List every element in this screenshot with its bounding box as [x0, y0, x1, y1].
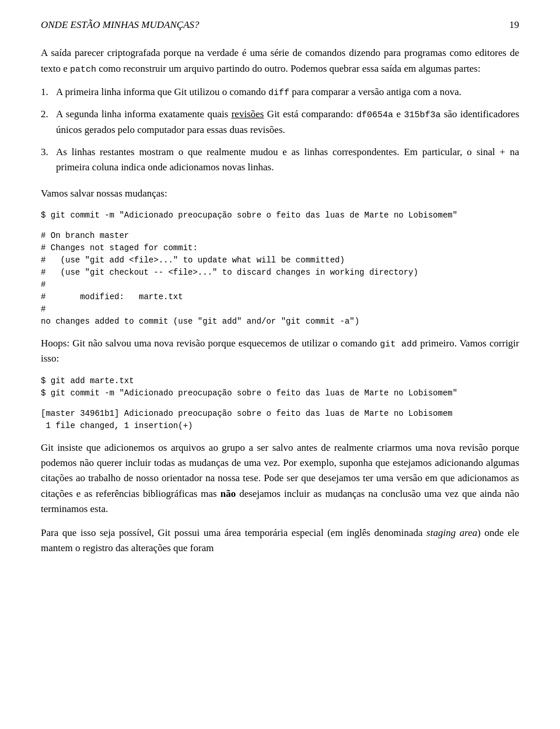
list-item-2: 2. A segunda linha informa exatamente qu… [41, 107, 519, 138]
intro-paragraph: A saída parecer criptografada porque na … [41, 45, 519, 76]
page-title: ONDE ESTÃO MINHAS MUDANÇAS? [41, 17, 200, 33]
item2-number: 2. [41, 107, 51, 138]
item3-text: As linhas restantes mostram o que realme… [56, 145, 519, 176]
diff-code: diff [268, 88, 289, 98]
list-item-1: 1. A primeira linha informa que Git util… [41, 85, 519, 100]
item3-number: 3. [41, 145, 51, 176]
df0654a-code: df0654a [356, 110, 393, 120]
nao-bold: não [220, 488, 236, 499]
page-header: ONDE ESTÃO MINHAS MUDANÇAS? 19 [41, 17, 519, 33]
staging-paragraph-2: Para que isso seja possível, Git possui … [41, 525, 519, 556]
item2-text: A segunda linha informa exatamente quais… [56, 107, 519, 138]
list-item-3: 3. As linhas restantes mostram o que rea… [41, 145, 519, 176]
code-block-4: [master 34961b1] Adicionado preocupação … [41, 408, 519, 432]
numbered-list: 1. A primeira linha informa que Git util… [41, 85, 519, 176]
code-block-2: # On branch master # Changes not staged … [41, 230, 519, 328]
code-block-1: $ git commit -m "Adicionado preocupação … [41, 209, 519, 222]
item1-number: 1. [41, 85, 51, 100]
code-block-3: $ git add marte.txt $ git commit -m "Adi… [41, 375, 519, 399]
page-number: 19 [509, 17, 519, 33]
hoops-paragraph: Hoops: Git não salvou uma nova revisão p… [41, 336, 519, 367]
315bf3a-code: 315bf3a [404, 110, 440, 120]
item1-text: A primeira linha informa que Git utilizo… [56, 85, 461, 100]
section-label: Vamos salvar nossas mudanças: [41, 186, 519, 201]
revisoes-link: revisões [232, 108, 264, 120]
staging-area-italic: staging area [426, 527, 477, 538]
patch-code: patch [70, 65, 96, 75]
staging-paragraph-1: Git insiste que adicionemos os arquivos … [41, 440, 519, 517]
git-add-inline: git add [380, 339, 417, 349]
